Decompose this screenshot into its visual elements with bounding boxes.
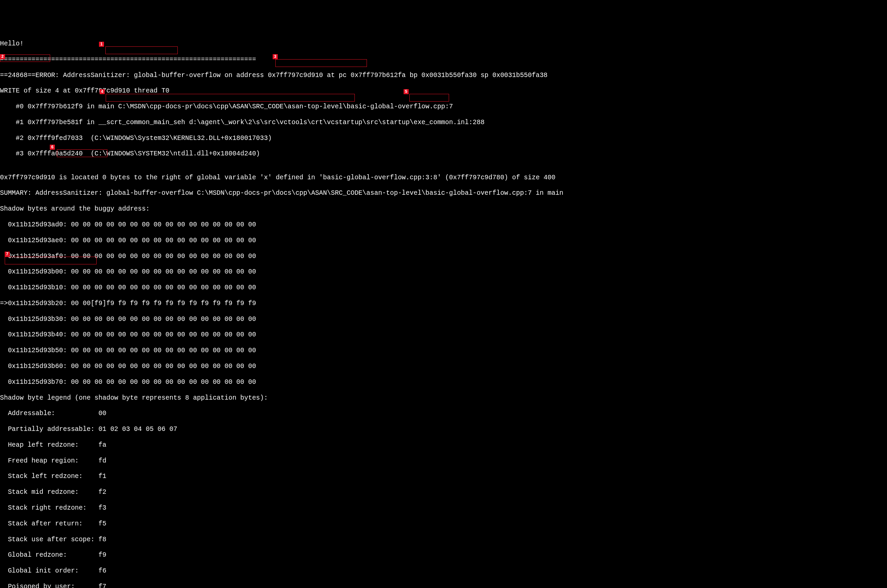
output-line: ========================================… [0,56,887,64]
stack-frame-3: #3 0x7fffa0a5d240 (C:\WINDOWS\SYSTEM32\n… [0,150,887,158]
shadow-bytes-current-row: =>0x11b125d93b20: 00 00[f9]f9 f9 f9 f9 f… [0,300,887,308]
highlight-box-source-file [275,59,367,67]
highlight-box-error-type [105,46,178,54]
annotation-5: 5 [404,89,409,94]
shadow-bytes-row: 0x11b125d93af0: 00 00 00 00 00 00 00 00 … [0,253,887,260]
shadow-bytes-row: 0x11b125d93ad0: 00 00 00 00 00 00 00 00 … [0,221,887,229]
shadow-bytes-row: 0x11b125d93b10: 00 00 00 00 00 00 00 00 … [0,284,887,292]
highlight-box-global-var [106,94,355,102]
shadow-legend-stack-after-return: Stack after return: f5 [0,520,887,528]
annotation-6: 6 [50,145,55,150]
annotation-7: 7 [5,252,10,256]
shadow-bytes-row: 0x11b125d93b40: 00 00 00 00 00 00 00 00 … [0,331,887,339]
asan-summary-line: SUMMARY: AddressSanitizer: global-buffer… [0,189,887,197]
shadow-legend-global-redzone: Global redzone: f9 [0,551,887,559]
highlight-box-global-redzone [5,256,96,264]
annotation-4: 4 [100,89,105,94]
shadow-legend-stack-right: Stack right redzone: f3 [0,504,887,512]
shadow-legend-poisoned: Poisoned by user: f7 [0,583,887,588]
annotation-3: 3 [273,54,278,59]
shadow-legend-stack-after-scope: Stack use after scope: f8 [0,536,887,544]
shadow-legend-partial: Partially addressable: 01 02 03 04 05 06… [0,426,887,433]
shadow-bytes-header: Shadow bytes around the buggy address: [0,205,887,213]
shadow-bytes-row: 0x11b125d93b00: 00 00 00 00 00 00 00 00 … [0,268,887,276]
shadow-legend-header: Shadow byte legend (one shadow byte repr… [0,394,887,402]
annotation-2: 2 [0,54,5,59]
shadow-legend-addressable: Addressable: 00 [0,410,887,417]
shadow-legend-stack-left: Stack left redzone: f1 [0,472,887,480]
highlight-box-shadow-bytes [57,149,107,157]
shadow-bytes-row: 0x11b125d93b60: 00 00 00 00 00 00 00 00 … [0,363,887,370]
highlight-box-write-size [0,54,50,62]
stack-frame-2: #2 0x7fff9fed7033 (C:\WINDOWS\System32\K… [0,135,887,142]
shadow-bytes-row: 0x11b125d93b50: 00 00 00 00 00 00 00 00 … [0,347,887,354]
asan-error-line: ==24868==ERROR: AddressSanitizer: global… [0,72,887,80]
stack-frame-1: #1 0x7ff797be581f in __scrt_common_main_… [0,119,887,126]
shadow-legend-global-init: Global init order: f6 [0,567,887,575]
annotation-1: 1 [99,42,104,47]
shadow-legend-stack-mid: Stack mid redzone: f2 [0,488,887,496]
shadow-legend-heap-left: Heap left redzone: fa [0,441,887,449]
shadow-legend-freed-heap: Freed heap region: fd [0,457,887,465]
highlight-box-size [409,94,449,102]
shadow-bytes-row: 0x11b125d93ae0: 00 00 00 00 00 00 00 00 … [0,237,887,244]
shadow-bytes-row: 0x11b125d93b30: 00 00 00 00 00 00 00 00 … [0,315,887,323]
terminal-output: Hello! =================================… [0,32,887,588]
stack-frame-0: #0 0x7ff797b612f9 in main C:\MSDN\cpp-do… [0,103,887,111]
shadow-bytes-row: 0x11b125d93b70: 00 00 00 00 00 00 00 00 … [0,378,887,386]
asan-location-line: 0x7ff797c9d910 is located 0 bytes to the… [0,174,887,182]
